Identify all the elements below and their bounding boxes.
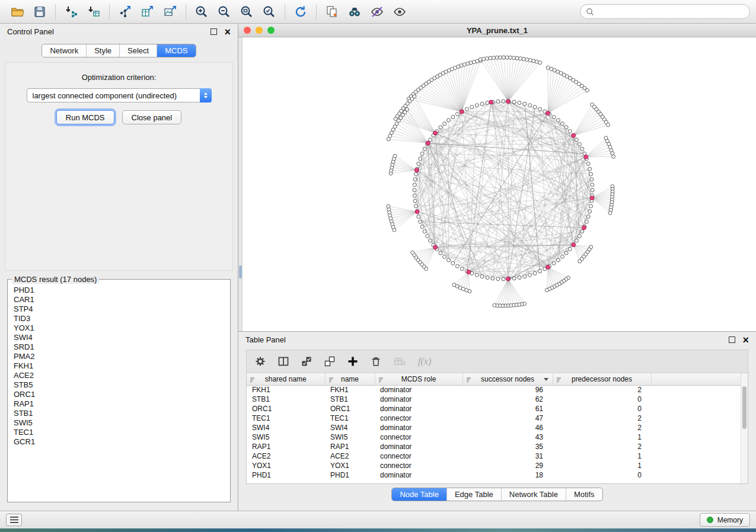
show-selected-button[interactable] [388, 2, 411, 21]
result-item[interactable]: SWI5 [14, 418, 230, 428]
result-item[interactable]: STB1 [14, 409, 230, 418]
show-panels-button[interactable] [6, 514, 22, 526]
result-item[interactable]: STP4 [14, 305, 230, 314]
open-session-button[interactable] [6, 2, 28, 21]
table-row[interactable]: STB1STB1dominator620 [247, 395, 741, 404]
refresh-icon [294, 5, 308, 19]
zoom-out-button[interactable] [213, 2, 235, 21]
result-item[interactable]: TEC1 [14, 428, 230, 437]
result-item[interactable]: ACE2 [14, 371, 230, 380]
copy-document-button[interactable] [321, 2, 343, 21]
result-item[interactable]: PHD1 [14, 286, 230, 295]
column-header-shared-name[interactable]: shared name [247, 373, 325, 385]
float-table-panel-icon[interactable] [729, 336, 735, 343]
search-input[interactable] [597, 7, 744, 16]
window-close-light[interactable] [244, 27, 251, 34]
criterion-dropdown[interactable]: largest connected component (undirected) [27, 88, 212, 102]
table-settings-button[interactable] [255, 356, 266, 367]
result-item[interactable]: STB5 [14, 380, 230, 390]
table-tab-motifs[interactable]: Motifs [566, 488, 602, 501]
run-mcds-button[interactable]: Run MCDS [56, 110, 114, 124]
deselect-all-button[interactable] [324, 356, 335, 367]
close-panel-icon[interactable]: × [224, 28, 231, 36]
toolbar-separator [109, 4, 110, 20]
network-titlebar[interactable]: YPA_prune.txt_1 [238, 24, 756, 37]
scrollbar-thumb[interactable] [742, 386, 747, 429]
zoom-fit-button[interactable] [235, 2, 258, 21]
control-panel-header: Control Panel × [0, 24, 238, 40]
delete-column-button[interactable] [371, 356, 381, 367]
binoculars-button[interactable] [343, 2, 366, 21]
network-canvas[interactable] [238, 37, 756, 331]
table-tab-node-table[interactable]: Node Table [392, 488, 446, 501]
result-item[interactable]: ORC1 [14, 390, 230, 399]
export-network-button[interactable] [114, 2, 136, 21]
hide-selected-button[interactable] [366, 2, 388, 21]
result-item[interactable]: PMA2 [14, 352, 230, 361]
table-tab-edge-table[interactable]: Edge Table [446, 488, 501, 501]
export-table-button[interactable] [136, 2, 159, 21]
result-item[interactable]: FKH1 [14, 361, 230, 371]
network-graph[interactable] [238, 37, 755, 331]
table-row[interactable]: FKH1FKH1dominator962 [247, 385, 741, 395]
tab-mcds[interactable]: MCDS [157, 44, 195, 57]
table-row[interactable]: ACE2ACE2connector311 [247, 451, 741, 461]
table-row[interactable]: SWI5SWI5connector431 [247, 432, 741, 442]
result-item[interactable]: GCR1 [14, 437, 230, 447]
table-row[interactable]: RAP1RAP1dominator352 [247, 442, 741, 451]
memory-button[interactable]: Memory [700, 513, 750, 527]
float-panel-icon[interactable] [210, 28, 217, 35]
result-item[interactable]: CAR1 [14, 295, 230, 305]
table-toolbar: f(x) [246, 350, 748, 373]
result-item[interactable]: RAP1 [14, 399, 230, 409]
tab-style[interactable]: Style [86, 44, 119, 57]
export-image-icon [163, 5, 177, 19]
column-header-successor-nodes[interactable]: successor nodes [462, 373, 553, 385]
add-column-button[interactable] [347, 356, 358, 367]
table-row[interactable]: SWI4SWI4dominator462 [247, 423, 741, 432]
sort-icon [467, 376, 473, 384]
save-session-button[interactable] [28, 2, 51, 21]
window-minimize-light[interactable] [256, 27, 263, 34]
show-columns-button[interactable] [278, 356, 289, 367]
result-item[interactable]: TID3 [14, 314, 230, 323]
table-row[interactable]: PHD1PHD1dominator180 [247, 470, 741, 480]
divider-handle-icon[interactable] [239, 265, 242, 278]
folder-open-icon [10, 5, 24, 19]
zoom-in-icon [194, 5, 209, 19]
table-row[interactable]: TEC1TEC1connector472 [247, 414, 741, 423]
search-field[interactable] [580, 4, 750, 19]
result-item[interactable]: YOX1 [14, 323, 230, 333]
table-scrollbar[interactable] [741, 373, 748, 483]
split-divider[interactable] [238, 37, 243, 331]
column-header-name[interactable]: name [325, 373, 375, 385]
table-tab-network-table[interactable]: Network Table [501, 488, 566, 501]
window-zoom-light[interactable] [267, 27, 275, 34]
zoom-in-button[interactable] [190, 2, 213, 21]
table-row[interactable]: YOX1YOX1connector291 [247, 461, 741, 470]
export-image-button[interactable] [159, 2, 181, 21]
tab-network[interactable]: Network [42, 44, 86, 57]
dropdown-stepper-icon[interactable] [200, 88, 212, 102]
result-item[interactable]: SRD1 [14, 342, 230, 352]
refresh-button[interactable] [289, 2, 312, 21]
trash-icon [371, 356, 381, 367]
column-header-MCDS-role[interactable]: MCDS role [375, 373, 462, 385]
zoom-selected-button[interactable] [258, 2, 280, 21]
binoculars-icon [347, 5, 362, 19]
result-item[interactable]: SWI4 [14, 333, 230, 342]
select-all-button[interactable] [301, 356, 312, 367]
import-network-button[interactable] [60, 2, 82, 21]
delete-table-icon [394, 356, 406, 367]
main-toolbar [0, 0, 756, 24]
network-window: YPA_prune.txt_1 [238, 24, 756, 332]
tab-select[interactable]: Select [119, 44, 157, 57]
column-header-predecessor-nodes[interactable]: predecessor nodes [553, 373, 651, 385]
table-row[interactable]: ORC1ORC1dominator610 [247, 404, 741, 414]
close-table-panel-icon[interactable]: × [742, 336, 749, 344]
delete-table-button[interactable] [394, 356, 406, 367]
import-table-button[interactable] [82, 2, 105, 21]
network-window-title: YPA_prune.txt_1 [238, 26, 756, 35]
close-panel-button[interactable]: Close panel [122, 110, 182, 124]
function-builder-button[interactable]: f(x) [418, 356, 431, 367]
